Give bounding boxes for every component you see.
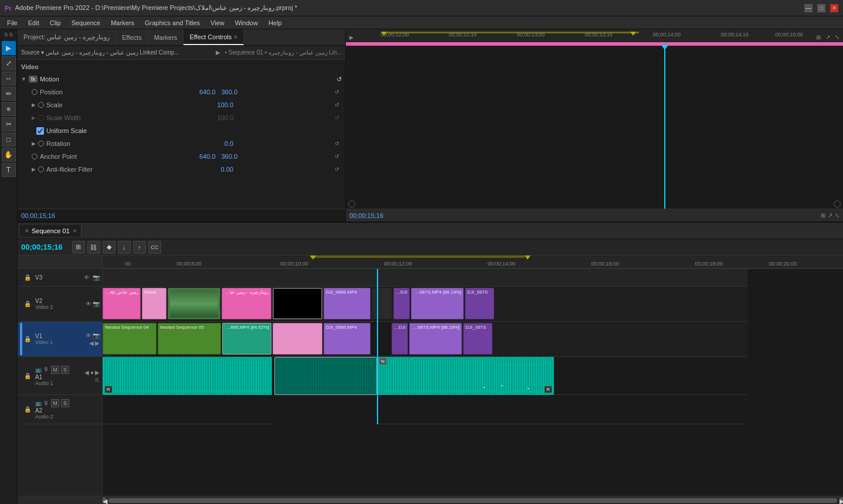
position-reset[interactable]: ↺ bbox=[332, 87, 342, 97]
add-edit-tool[interactable]: ⊕ bbox=[2, 102, 16, 116]
motion-reset[interactable]: ↺ bbox=[336, 76, 342, 83]
menu-clip[interactable]: Clip bbox=[45, 18, 66, 28]
seq-tab-close[interactable]: ✕ bbox=[25, 228, 29, 234]
maximize-button[interactable]: □ bbox=[817, 4, 825, 12]
ec-nav-icon[interactable]: ↗ bbox=[828, 212, 832, 219]
menu-help[interactable]: Help bbox=[264, 18, 287, 28]
tab-effect-controls[interactable]: Effect Controls ≡ bbox=[183, 29, 243, 45]
clip-v2-1[interactable]: زمین عباس.aep - bbox=[103, 288, 141, 319]
track-v1[interactable]: Nested Sequence 04 Nested Sequence 05 DJ… bbox=[103, 322, 747, 357]
anchor-y-value[interactable]: 360.0 bbox=[222, 153, 245, 160]
v3-camera[interactable]: 📷 bbox=[93, 274, 100, 281]
clip-v2-4[interactable]: روبنارچیره - زمین عباس Linked C bbox=[222, 288, 271, 319]
menu-graphics[interactable]: Graphics and Titles bbox=[140, 18, 205, 28]
ripple-edit-tool[interactable]: ↔ bbox=[2, 71, 16, 86]
ruler-filter-icon[interactable]: ⊞ bbox=[816, 34, 821, 40]
ec-source-label[interactable]: Source ▾ زمین عباس - روبنارچیره - زمین ع… bbox=[21, 49, 179, 56]
scale-width-reset[interactable]: ↺ bbox=[332, 113, 342, 122]
rotation-chevron[interactable]: ▶ bbox=[32, 141, 36, 147]
track-a2[interactable] bbox=[103, 395, 747, 424]
clip-v1-7[interactable]: DJI_... bbox=[392, 323, 408, 355]
anchor-reset[interactable]: ↺ bbox=[332, 152, 342, 161]
motion-label[interactable]: Motion bbox=[40, 76, 59, 83]
rotation-keyframe-icon[interactable] bbox=[38, 141, 44, 147]
track-select-tool[interactable]: ⤢ bbox=[2, 56, 16, 70]
a1-prev[interactable]: ◀ bbox=[84, 369, 89, 376]
audio-a1-3[interactable]: fx R bbox=[378, 357, 554, 395]
a1-next[interactable]: ▶ bbox=[95, 369, 100, 376]
ec-bottom-right-btn[interactable] bbox=[834, 200, 841, 207]
tl-link-btn[interactable]: ⛓ bbox=[87, 241, 100, 254]
tl-snap-btn[interactable]: ⊞ bbox=[72, 241, 85, 254]
ruler-expand-icon[interactable]: ⤡ bbox=[835, 34, 839, 40]
clip-v1-9[interactable]: DJI_067S bbox=[463, 323, 492, 355]
clip-v1-6[interactable] bbox=[372, 323, 390, 355]
scrollbar-left-btn[interactable]: ◀ bbox=[103, 498, 106, 503]
a1-mic[interactable]: 🎙 bbox=[43, 366, 49, 373]
v2-camera[interactable]: 📷 bbox=[93, 301, 100, 307]
track-a1[interactable]: R fx R bbox=[103, 357, 747, 395]
a2-expand[interactable]: 📺 bbox=[35, 400, 42, 406]
ruler-nav-icon[interactable]: ↗ bbox=[825, 34, 830, 40]
a1-expand[interactable]: 📺 bbox=[35, 367, 42, 373]
tl-insert-btn[interactable]: ↓ bbox=[118, 241, 131, 254]
track-v2[interactable]: زمین عباس.aep - Neste bbox=[103, 287, 747, 322]
a2-mic[interactable]: 🎙 bbox=[43, 400, 49, 407]
tl-extract-btn[interactable]: ↑ bbox=[133, 241, 146, 254]
menu-view[interactable]: View bbox=[206, 18, 229, 28]
scale-chevron[interactable]: ▶ bbox=[32, 102, 36, 108]
audio-a1-2[interactable] bbox=[274, 357, 377, 395]
rotation-reset[interactable]: ↺ bbox=[332, 139, 342, 148]
position-keyframe-icon[interactable] bbox=[32, 89, 38, 95]
v1-lock[interactable]: 🔒 bbox=[24, 336, 31, 342]
clip-v2-5[interactable] bbox=[273, 288, 322, 319]
menu-sequence[interactable]: Sequence bbox=[67, 18, 106, 28]
clip-v2-7[interactable] bbox=[372, 288, 392, 319]
v2-eye[interactable]: 👁 bbox=[86, 301, 91, 307]
minimize-button[interactable]: — bbox=[804, 4, 813, 12]
tab-markers[interactable]: Markers bbox=[148, 29, 184, 45]
antiflicker-chevron[interactable]: ▶ bbox=[32, 166, 36, 172]
clip-v1-3[interactable]: DJI_0666.MP4 [84.62%] bbox=[222, 323, 271, 355]
anchor-keyframe-icon[interactable] bbox=[32, 154, 38, 159]
antiflicker-keyframe-icon[interactable] bbox=[38, 166, 44, 172]
scrollbar-thumb[interactable] bbox=[108, 498, 837, 503]
menu-edit[interactable]: Edit bbox=[23, 18, 44, 28]
antiflicker-value[interactable]: 0.00 bbox=[204, 166, 233, 173]
ec-filter-icon[interactable]: ⊞ bbox=[821, 212, 825, 219]
scale-reset[interactable]: ↺ bbox=[332, 100, 342, 110]
menu-file[interactable]: File bbox=[2, 18, 22, 28]
v2-lock[interactable]: 🔒 bbox=[24, 301, 31, 307]
clip-v2-10[interactable]: DJI_067S bbox=[465, 288, 494, 319]
selection-tool[interactable]: ▶ bbox=[2, 41, 16, 55]
ec-timecode-value[interactable]: 00;00;15;16 bbox=[21, 212, 55, 219]
a2-lock[interactable]: 🔒 bbox=[24, 406, 31, 413]
clip-v2-6[interactable]: DJI_0666.MP4 bbox=[324, 288, 370, 319]
clip-v2-2[interactable]: Neste bbox=[142, 288, 166, 319]
v1-next[interactable]: ▶ bbox=[95, 340, 100, 346]
menu-markers[interactable]: Markers bbox=[106, 18, 139, 28]
rotation-value[interactable]: 0.0 bbox=[204, 140, 233, 147]
ec-expand-btn[interactable]: ▶ bbox=[216, 49, 220, 56]
v3-lock[interactable]: 🔒 bbox=[24, 274, 31, 281]
tl-timecode[interactable]: 00;00;15;16 bbox=[21, 243, 63, 251]
a1-lock[interactable]: 🔒 bbox=[24, 373, 31, 379]
a1-m-btn[interactable]: M bbox=[51, 366, 59, 374]
scale-keyframe-icon[interactable] bbox=[38, 102, 44, 108]
clip-v1-4[interactable] bbox=[273, 323, 322, 355]
clip-v2-3[interactable] bbox=[168, 288, 220, 319]
position-x-value[interactable]: 640.0 bbox=[186, 88, 216, 96]
a1-s-btn[interactable]: S bbox=[61, 366, 69, 374]
shape-tool[interactable]: □ bbox=[2, 132, 16, 147]
anchor-x-value[interactable]: 640.0 bbox=[186, 153, 216, 160]
type-tool[interactable]: T bbox=[2, 163, 16, 177]
clip-v2-8[interactable]: DJI_... bbox=[393, 288, 410, 319]
tl-captions-btn[interactable]: CC bbox=[148, 241, 161, 254]
scrollbar-right-btn[interactable]: ▶ bbox=[839, 498, 843, 503]
a2-m-btn[interactable]: M bbox=[51, 399, 59, 407]
audio-a1-1[interactable]: R bbox=[103, 357, 272, 395]
tab-effects[interactable]: Effects bbox=[116, 29, 148, 45]
hand-tool[interactable]: ✋ bbox=[2, 148, 16, 162]
tab-project[interactable]: Project: روبنارچیره - زمین عباس bbox=[18, 29, 116, 45]
antiflicker-reset[interactable]: ↺ bbox=[332, 165, 342, 174]
